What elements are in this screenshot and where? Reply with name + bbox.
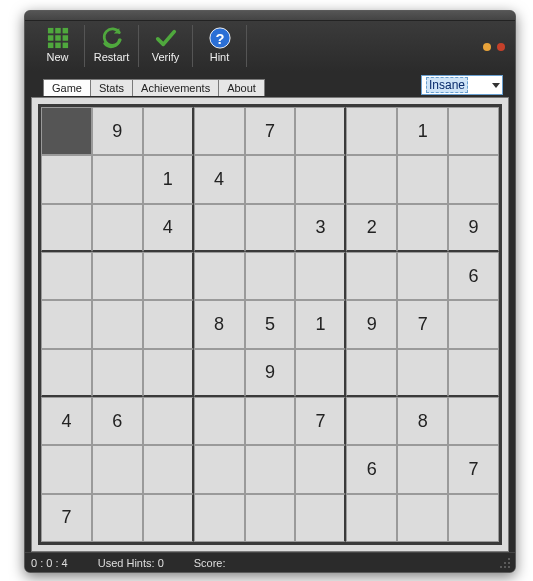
cell-2-5[interactable]: 3	[295, 204, 346, 252]
cell-3-5[interactable]	[295, 252, 346, 300]
cell-6-5[interactable]: 7	[295, 397, 346, 445]
cell-0-1[interactable]: 9	[92, 107, 143, 155]
cell-7-1[interactable]	[92, 445, 143, 493]
cell-8-0[interactable]: 7	[41, 494, 92, 542]
cell-4-5[interactable]: 1	[295, 300, 346, 348]
cell-0-7[interactable]: 1	[397, 107, 448, 155]
cell-3-6[interactable]	[346, 252, 397, 300]
tab-about[interactable]: About	[218, 79, 265, 96]
cell-7-4[interactable]	[245, 445, 296, 493]
cell-1-1[interactable]	[92, 155, 143, 203]
tab-achievements[interactable]: Achievements	[132, 79, 219, 96]
cell-4-3[interactable]: 8	[194, 300, 245, 348]
cell-7-3[interactable]	[194, 445, 245, 493]
cell-1-6[interactable]	[346, 155, 397, 203]
cell-5-8[interactable]	[448, 349, 499, 397]
cell-6-7[interactable]: 8	[397, 397, 448, 445]
cell-5-5[interactable]	[295, 349, 346, 397]
cell-7-2[interactable]	[143, 445, 194, 493]
cell-1-2[interactable]: 1	[143, 155, 194, 203]
cell-5-1[interactable]	[92, 349, 143, 397]
cell-0-2[interactable]	[143, 107, 194, 155]
cell-7-5[interactable]	[295, 445, 346, 493]
cell-2-6[interactable]: 2	[346, 204, 397, 252]
cell-1-0[interactable]	[41, 155, 92, 203]
cell-1-8[interactable]	[448, 155, 499, 203]
cell-1-7[interactable]	[397, 155, 448, 203]
cell-5-3[interactable]	[194, 349, 245, 397]
cell-5-0[interactable]	[41, 349, 92, 397]
titlebar[interactable]	[25, 11, 515, 21]
cell-7-0[interactable]	[41, 445, 92, 493]
cell-8-7[interactable]	[397, 494, 448, 542]
cell-3-4[interactable]	[245, 252, 296, 300]
cell-3-7[interactable]	[397, 252, 448, 300]
new-button[interactable]: New	[31, 25, 85, 67]
cell-1-3[interactable]: 4	[194, 155, 245, 203]
cell-2-4[interactable]	[245, 204, 296, 252]
cell-4-4[interactable]: 5	[245, 300, 296, 348]
cell-6-0[interactable]: 4	[41, 397, 92, 445]
cell-5-7[interactable]	[397, 349, 448, 397]
restart-button[interactable]: Restart	[85, 25, 139, 67]
cell-4-0[interactable]	[41, 300, 92, 348]
close-dot-icon[interactable]	[497, 43, 505, 51]
cell-8-4[interactable]	[245, 494, 296, 542]
restart-label: Restart	[94, 51, 129, 63]
verify-button[interactable]: Verify	[139, 25, 193, 67]
status-time: 0 : 0 : 4	[31, 557, 68, 569]
cell-7-6[interactable]: 6	[346, 445, 397, 493]
cell-0-6[interactable]	[346, 107, 397, 155]
cell-8-2[interactable]	[143, 494, 194, 542]
cell-3-2[interactable]	[143, 252, 194, 300]
cell-3-3[interactable]	[194, 252, 245, 300]
cell-5-4[interactable]: 9	[245, 349, 296, 397]
cell-0-5[interactable]	[295, 107, 346, 155]
svg-rect-6	[47, 43, 53, 49]
cell-4-2[interactable]	[143, 300, 194, 348]
difficulty-selected: Insane	[426, 77, 468, 93]
cell-2-3[interactable]	[194, 204, 245, 252]
tab-stats[interactable]: Stats	[90, 79, 133, 96]
content-area: GameStatsAchievementsAbout Insane 971144…	[25, 71, 515, 552]
cell-6-4[interactable]	[245, 397, 296, 445]
minimize-dot-icon[interactable]	[483, 43, 491, 51]
resize-grip-icon[interactable]	[499, 557, 511, 569]
cell-0-8[interactable]	[448, 107, 499, 155]
cell-0-0[interactable]	[41, 107, 92, 155]
cell-8-5[interactable]	[295, 494, 346, 542]
cell-6-6[interactable]	[346, 397, 397, 445]
difficulty-select[interactable]: Insane	[421, 75, 503, 95]
cell-6-1[interactable]: 6	[92, 397, 143, 445]
cell-3-8[interactable]: 6	[448, 252, 499, 300]
svg-point-17	[500, 566, 502, 568]
cell-2-8[interactable]: 9	[448, 204, 499, 252]
cell-3-0[interactable]	[41, 252, 92, 300]
cell-0-3[interactable]	[194, 107, 245, 155]
tab-game[interactable]: Game	[43, 79, 91, 96]
cell-2-2[interactable]: 4	[143, 204, 194, 252]
cell-8-3[interactable]	[194, 494, 245, 542]
cell-4-6[interactable]: 9	[346, 300, 397, 348]
cell-2-0[interactable]	[41, 204, 92, 252]
cell-6-8[interactable]	[448, 397, 499, 445]
cell-1-4[interactable]	[245, 155, 296, 203]
cell-8-1[interactable]	[92, 494, 143, 542]
cell-3-1[interactable]	[92, 252, 143, 300]
cell-5-2[interactable]	[143, 349, 194, 397]
cell-2-7[interactable]	[397, 204, 448, 252]
cell-2-1[interactable]	[92, 204, 143, 252]
cell-6-3[interactable]	[194, 397, 245, 445]
cell-0-4[interactable]: 7	[245, 107, 296, 155]
cell-8-6[interactable]	[346, 494, 397, 542]
cell-1-5[interactable]	[295, 155, 346, 203]
cell-7-7[interactable]	[397, 445, 448, 493]
cell-5-6[interactable]	[346, 349, 397, 397]
cell-6-2[interactable]	[143, 397, 194, 445]
cell-4-7[interactable]: 7	[397, 300, 448, 348]
cell-8-8[interactable]	[448, 494, 499, 542]
hint-button[interactable]: ? Hint	[193, 25, 247, 67]
cell-7-8[interactable]: 7	[448, 445, 499, 493]
cell-4-8[interactable]	[448, 300, 499, 348]
cell-4-1[interactable]	[92, 300, 143, 348]
